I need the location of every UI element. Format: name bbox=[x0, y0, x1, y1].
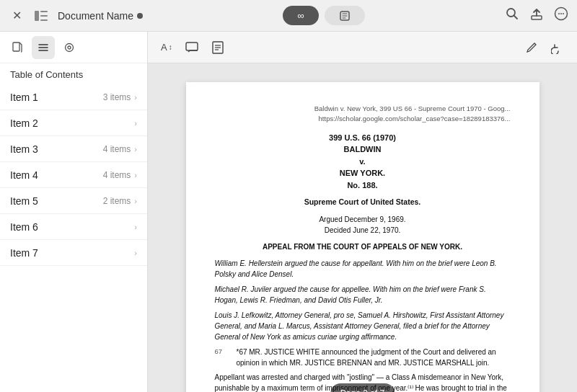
toc-item-5-chevron: › bbox=[134, 197, 137, 205]
toc-item-1-label: Item 1 bbox=[10, 92, 38, 103]
toc-item-2-right: › bbox=[134, 119, 137, 128]
svg-point-10 bbox=[560, 13, 562, 14]
edit-mode-button[interactable] bbox=[325, 6, 365, 25]
bookmark-icon-button[interactable] bbox=[58, 36, 81, 59]
undo-button[interactable] bbox=[547, 38, 568, 57]
sidebar-toggle-button[interactable] bbox=[32, 8, 50, 24]
toc-item-4-chevron: › bbox=[134, 171, 137, 179]
toc-item-5[interactable]: Item 5 2 items › bbox=[0, 188, 147, 214]
sidebar-toolbar bbox=[0, 32, 147, 63]
toc-label: Table of Contents bbox=[0, 63, 147, 84]
toc-item-4[interactable]: Item 4 4 items › bbox=[0, 162, 147, 188]
toc-item-6-label: Item 6 bbox=[10, 221, 38, 233]
toc-item-5-right: 2 items › bbox=[103, 196, 137, 206]
page-icon-button[interactable] bbox=[6, 36, 29, 59]
toc-items-list: Item 1 3 items › Item 2 › Item 3 4 items… bbox=[0, 84, 147, 392]
unsaved-indicator bbox=[137, 13, 143, 19]
toc-item-5-label: Item 5 bbox=[10, 195, 38, 207]
counsel-2: Michael R. Juviler argued the cause for … bbox=[215, 284, 511, 306]
svg-rect-0 bbox=[35, 11, 39, 21]
svg-rect-7 bbox=[532, 16, 542, 19]
toc-item-3-label: Item 3 bbox=[10, 143, 38, 155]
center-toolbar: ∞ bbox=[150, 6, 498, 25]
para-67-num: 67 bbox=[215, 347, 229, 368]
document-toolbar: A↕ bbox=[148, 32, 577, 63]
case-dates: Argued December 9, 1969. Decided June 22… bbox=[215, 214, 511, 236]
toc-item-7[interactable]: Item 7 › bbox=[0, 240, 147, 266]
svg-point-16 bbox=[66, 43, 74, 51]
toc-item-5-count: 2 items bbox=[103, 196, 131, 206]
pencil-tool-button[interactable] bbox=[521, 38, 542, 57]
svg-line-6 bbox=[514, 16, 518, 19]
toc-item-2[interactable]: Item 2 › bbox=[0, 110, 147, 136]
toc-item-1[interactable]: Item 1 3 items › bbox=[0, 84, 147, 110]
toc-icon-button[interactable] bbox=[32, 36, 55, 59]
toc-item-1-count: 3 items bbox=[103, 92, 131, 102]
comment-tool-button[interactable] bbox=[181, 39, 203, 56]
toc-item-3-right: 4 items › bbox=[103, 144, 137, 154]
appeal-from: APPEAL FROM THE COURT OF APPEALS OF NEW … bbox=[215, 241, 511, 252]
toc-item-4-count: 4 items bbox=[103, 170, 131, 180]
toc-item-2-chevron: › bbox=[134, 119, 137, 128]
para-67-text: *67 MR. JUSTICE WHITE announced the judg… bbox=[237, 347, 511, 368]
svg-rect-2 bbox=[40, 15, 48, 17]
doc-tools-right bbox=[521, 38, 568, 57]
svg-point-11 bbox=[563, 13, 564, 14]
top-bar-left: ✕ Document Name bbox=[9, 8, 143, 24]
bookmark-tool-button[interactable] bbox=[207, 38, 229, 57]
text-tool-button[interactable]: A↕ bbox=[157, 39, 177, 55]
svg-point-17 bbox=[68, 46, 71, 49]
share-button[interactable] bbox=[529, 6, 544, 24]
case-header: 399 U.S. 66 (1970) BALDWIN v. NEW YORK. … bbox=[215, 132, 511, 192]
more-options-button[interactable] bbox=[554, 6, 568, 24]
toc-item-1-chevron: › bbox=[134, 93, 137, 102]
toc-item-2-label: Item 2 bbox=[10, 117, 38, 129]
main-content: Table of Contents Item 1 3 items › Item … bbox=[0, 32, 577, 392]
sidebar: Table of Contents Item 1 3 items › Item … bbox=[0, 32, 148, 392]
close-button[interactable]: ✕ bbox=[9, 8, 25, 24]
document-page: Baldwin v. New York, 399 US 66 - Supreme… bbox=[186, 82, 539, 392]
search-button[interactable] bbox=[505, 6, 519, 24]
svg-rect-12 bbox=[13, 43, 19, 51]
top-bar-right bbox=[505, 6, 568, 24]
counsel-1: William E. Hellerstein argued the cause … bbox=[215, 258, 511, 280]
toc-item-3-count: 4 items bbox=[103, 144, 131, 154]
infinity-mode-button[interactable]: ∞ bbox=[283, 6, 318, 25]
svg-point-9 bbox=[558, 13, 560, 14]
toc-item-7-label: Item 7 bbox=[10, 247, 38, 259]
document-title: Document Name bbox=[58, 10, 143, 22]
toc-item-7-chevron: › bbox=[134, 249, 137, 257]
paragraph-67: 67 *67 MR. JUSTICE WHITE announced the j… bbox=[215, 347, 511, 368]
svg-rect-18 bbox=[186, 43, 198, 50]
doc-citation: Baldwin v. New York, 399 US 66 - Supreme… bbox=[215, 104, 511, 125]
toc-item-6-chevron: › bbox=[134, 223, 137, 231]
toc-item-3-chevron: › bbox=[134, 145, 137, 153]
toc-item-3[interactable]: Item 3 4 items › bbox=[0, 136, 147, 162]
top-bar: ✕ Document Name ∞ bbox=[0, 0, 577, 32]
svg-rect-1 bbox=[40, 11, 48, 12]
toc-item-6-right: › bbox=[134, 223, 137, 231]
toc-item-6[interactable]: Item 6 › bbox=[0, 214, 147, 240]
court-name: Supreme Court of United States. bbox=[215, 197, 511, 208]
toc-item-4-label: Item 4 bbox=[10, 169, 38, 181]
toc-item-7-right: › bbox=[134, 249, 137, 257]
toc-item-4-right: 4 items › bbox=[103, 170, 137, 180]
page-indicator: Page 2 of 7 bbox=[330, 383, 395, 392]
counsel-3: Louis J. Lefkowitz, Attorney General, pr… bbox=[215, 310, 511, 342]
svg-rect-3 bbox=[40, 19, 48, 21]
document-area[interactable]: A↕ bbox=[148, 32, 577, 392]
toc-item-1-right: 3 items › bbox=[103, 92, 137, 102]
